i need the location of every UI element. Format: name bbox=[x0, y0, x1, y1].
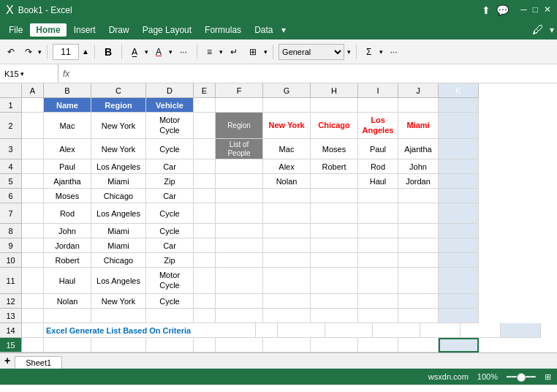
cell-a12[interactable] bbox=[22, 294, 44, 309]
col-header-b[interactable]: B bbox=[44, 83, 91, 98]
cell-c9[interactable]: Miami bbox=[91, 238, 146, 253]
cell-d13[interactable] bbox=[146, 309, 194, 323]
cell-a4[interactable] bbox=[22, 159, 44, 174]
cell-e8[interactable] bbox=[194, 224, 216, 238]
cell-k13[interactable] bbox=[439, 309, 479, 323]
cell-e2[interactable] bbox=[194, 113, 216, 139]
cell-k12[interactable] bbox=[439, 294, 479, 309]
cell-c4[interactable]: Los Angeles bbox=[91, 159, 146, 174]
cell-g2[interactable]: New York bbox=[263, 113, 311, 139]
row-header-14[interactable]: 14 bbox=[0, 323, 22, 338]
col-header-f[interactable]: F bbox=[216, 83, 263, 98]
cell-g1[interactable] bbox=[263, 98, 311, 113]
cell-g15[interactable] bbox=[263, 338, 311, 353]
cell-j8[interactable] bbox=[398, 224, 439, 238]
cell-j12[interactable] bbox=[398, 294, 439, 309]
cell-c3[interactable]: New York bbox=[91, 139, 146, 159]
cell-a15[interactable] bbox=[22, 338, 44, 353]
redo-btn[interactable]: ↷ bbox=[20, 45, 37, 59]
cell-d4[interactable]: Car bbox=[146, 159, 194, 174]
bold-btn[interactable]: B bbox=[100, 44, 116, 60]
formula-input[interactable] bbox=[74, 69, 557, 79]
cell-k11[interactable] bbox=[439, 268, 479, 294]
cell-h7[interactable] bbox=[311, 203, 358, 224]
cell-j9[interactable] bbox=[398, 238, 439, 253]
row-header-1[interactable]: 1 bbox=[0, 98, 22, 113]
cell-d3[interactable]: Cycle bbox=[146, 139, 194, 159]
cell-k1[interactable] bbox=[439, 98, 479, 113]
cell-f13[interactable] bbox=[216, 309, 263, 323]
cell-a13[interactable] bbox=[22, 309, 44, 323]
cell-a1[interactable] bbox=[22, 98, 44, 113]
cell-a14[interactable] bbox=[22, 323, 44, 338]
comment-icon[interactable]: 💬 bbox=[496, 4, 509, 16]
cell-g14[interactable] bbox=[325, 323, 373, 338]
cell-j10[interactable] bbox=[398, 253, 439, 268]
cell-a11[interactable] bbox=[22, 268, 44, 294]
cell-b2[interactable]: Mac bbox=[44, 113, 91, 139]
col-header-g[interactable]: G bbox=[263, 83, 311, 98]
highlight-btn[interactable]: A̲ bbox=[127, 45, 142, 59]
cell-j15[interactable] bbox=[398, 338, 439, 353]
cell-e1[interactable] bbox=[194, 98, 216, 113]
row-header-12[interactable]: 12 bbox=[0, 294, 22, 309]
fit-page-icon[interactable]: ⊞ bbox=[545, 372, 551, 382]
cell-h5[interactable] bbox=[311, 174, 358, 189]
cell-b11[interactable]: Haul bbox=[44, 268, 91, 294]
cell-k15[interactable] bbox=[439, 338, 479, 353]
cell-c1[interactable]: Region bbox=[91, 98, 146, 113]
cell-j14[interactable] bbox=[461, 323, 501, 338]
row-header-4[interactable]: 4 bbox=[0, 159, 22, 174]
cell-i10[interactable] bbox=[358, 253, 398, 268]
cell-e5[interactable] bbox=[194, 174, 216, 189]
cell-k8[interactable] bbox=[439, 224, 479, 238]
cell-h4[interactable]: Robert bbox=[311, 159, 358, 174]
cell-h6[interactable] bbox=[311, 189, 358, 203]
cell-i1[interactable] bbox=[358, 98, 398, 113]
menu-formulas[interactable]: Formulas bbox=[199, 23, 247, 37]
cell-b8[interactable]: John bbox=[44, 224, 91, 238]
cell-k9[interactable] bbox=[439, 238, 479, 253]
cell-b1[interactable]: Name bbox=[44, 98, 91, 113]
cell-c6[interactable]: Chicago bbox=[91, 189, 146, 203]
cell-k6[interactable] bbox=[439, 189, 479, 203]
cell-h12[interactable] bbox=[311, 294, 358, 309]
cell-a3[interactable] bbox=[22, 139, 44, 159]
menu-page-layout[interactable]: Page Layout bbox=[137, 23, 197, 37]
cell-e6[interactable] bbox=[194, 189, 216, 203]
cell-reference[interactable]: K15 ▾ bbox=[0, 64, 58, 83]
cell-b7[interactable]: Rod bbox=[44, 203, 91, 224]
cell-i5[interactable]: Haul bbox=[358, 174, 398, 189]
font-size-input[interactable] bbox=[53, 44, 79, 60]
merge-btn[interactable]: ⊞ bbox=[245, 45, 261, 59]
cell-j6[interactable] bbox=[398, 189, 439, 203]
autosum-btn[interactable]: Σ bbox=[362, 45, 376, 59]
share-icon[interactable]: ⬆ bbox=[482, 4, 490, 16]
cell-j2[interactable]: Miami bbox=[398, 113, 439, 139]
cell-e7[interactable] bbox=[194, 203, 216, 224]
cell-d7[interactable]: Cycle bbox=[146, 203, 194, 224]
cell-f9[interactable] bbox=[216, 238, 263, 253]
cell-f6[interactable] bbox=[216, 189, 263, 203]
maximize-icon[interactable]: □ bbox=[533, 4, 538, 16]
font-color-btn[interactable]: A bbox=[151, 45, 166, 59]
cell-e9[interactable] bbox=[194, 238, 216, 253]
cell-j1[interactable] bbox=[398, 98, 439, 113]
cell-i9[interactable] bbox=[358, 238, 398, 253]
cell-h11[interactable] bbox=[311, 268, 358, 294]
cell-f14[interactable] bbox=[278, 323, 325, 338]
cell-c12[interactable]: New York bbox=[91, 294, 146, 309]
row-header-13[interactable]: 13 bbox=[0, 309, 22, 323]
cell-g10[interactable] bbox=[263, 253, 311, 268]
cell-k3[interactable] bbox=[439, 139, 479, 159]
undo-btn[interactable]: ↶ bbox=[3, 45, 19, 59]
cell-k7[interactable] bbox=[439, 203, 479, 224]
cell-b3[interactable]: Alex bbox=[44, 139, 91, 159]
cell-i4[interactable]: Rod bbox=[358, 159, 398, 174]
cell-c5[interactable]: Miami bbox=[91, 174, 146, 189]
col-header-a[interactable]: A bbox=[22, 83, 44, 98]
cell-j5[interactable]: Jordan bbox=[398, 174, 439, 189]
cell-a9[interactable] bbox=[22, 238, 44, 253]
cell-g6[interactable] bbox=[263, 189, 311, 203]
cell-d10[interactable]: Zip bbox=[146, 253, 194, 268]
